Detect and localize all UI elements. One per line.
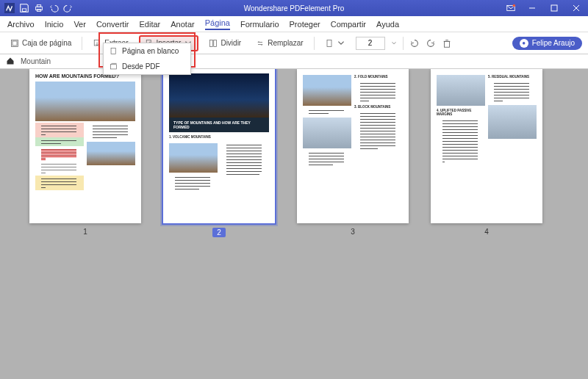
page-number-input[interactable] <box>356 37 385 50</box>
user-pill[interactable]: ● Felipe Araujo <box>512 37 582 50</box>
pagebox-label: Caja de página <box>22 39 71 47</box>
notification-icon[interactable] <box>506 3 516 13</box>
save-icon[interactable] <box>19 3 29 13</box>
page3-text: ▬▬▬▬▬▬▬▬▬▬▬▬▬▬▬▬▬▬▬▬▬▬▬▬▬▬▬▬▬▬▬▬▬▬▬▬▬▬▬▬… <box>303 150 351 167</box>
page-thumbnail-4[interactable]: 4. UPLIFTED PASSIVE MARGINS ▬▬▬▬▬▬▬▬▬▬▬▬… <box>431 69 542 223</box>
menu-formulario[interactable]: Formulario <box>240 20 279 29</box>
dropdown-frompdf-label: Desde PDF <box>122 62 160 71</box>
page3-sub1: 2. FOLD MOUNTAINS <box>354 73 403 80</box>
rotate-left-icon[interactable] <box>409 38 420 48</box>
page-thumbnail-1[interactable]: HOW ARE MOUNTAINS FORMED? ▬▬▬▬▬▬▬▬▬▬▬▬▬▬… <box>29 69 141 223</box>
page3-image2 <box>303 118 351 148</box>
pagebox-button[interactable]: Caja de página <box>6 37 76 50</box>
dropdown-from-pdf[interactable]: Desde PDF <box>104 59 190 74</box>
breadcrumb-bar: Mountain <box>0 54 588 69</box>
page-number-3: 3 <box>351 228 355 236</box>
page-number-4: 4 <box>484 228 489 236</box>
page-icon-button[interactable] <box>320 37 350 50</box>
thumbnail-col-2: TYPE OF MOUNTAINS AND HOW ARE THEY FORME… <box>163 69 275 237</box>
page3-sub2: 3. BLOCK MOUNTAINS <box>354 104 403 110</box>
separator <box>314 37 315 50</box>
svg-rect-16 <box>214 40 217 46</box>
menu-pagina[interactable]: Página <box>205 18 230 30</box>
page2-subtitle: 1. VOLCANIC MOUNTAINS <box>163 132 275 142</box>
page-number-1: 1 <box>83 228 87 236</box>
svg-rect-20 <box>110 65 116 69</box>
breadcrumb-doc[interactable]: Mountain <box>21 57 51 65</box>
menu-editar[interactable]: Editar <box>140 20 161 29</box>
page-thumbnails-area: HOW ARE MOUNTAINS FORMED? ▬▬▬▬▬▬▬▬▬▬▬▬▬▬… <box>0 69 588 379</box>
title-bar: Wondershare PDFelement Pro <box>0 0 588 16</box>
svg-rect-17 <box>327 40 331 46</box>
svg-rect-15 <box>210 40 213 46</box>
rotate-right-icon[interactable] <box>426 38 436 48</box>
page1-image <box>35 82 135 121</box>
titlebar-left-icons <box>0 3 74 13</box>
replace-label: Remplazar <box>268 39 303 47</box>
page1-text: ▬▬▬▬▬▬▬▬▬▬▬▬▬▬▬▬▬▬▬▬▬▬▬▬▬▬▬▬▬▬▬▬▬▬▬▬▬▬▬▬… <box>35 146 84 161</box>
menu-ver[interactable]: Ver <box>74 20 86 29</box>
page2-text: ▬▬▬▬▬▬▬▬▬▬▬▬▬▬▬▬▬▬▬▬▬▬▬▬▬▬▬▬▬▬▬▬▬▬▬▬▬▬▬▬… <box>220 142 269 177</box>
page4-image2 <box>488 105 537 139</box>
menu-ayuda[interactable]: Ayuda <box>376 20 399 29</box>
page-thumbnail-3[interactable]: ▬▬▬▬▬▬▬▬▬▬▬▬▬▬▬▬▬▬▬▬▬▬▬▬▬ ▬▬▬▬▬▬▬▬▬▬▬▬▬▬… <box>297 69 409 223</box>
thumbnail-col-3: ▬▬▬▬▬▬▬▬▬▬▬▬▬▬▬▬▬▬▬▬▬▬▬▬▬ ▬▬▬▬▬▬▬▬▬▬▬▬▬▬… <box>297 69 409 237</box>
toolbar: Caja de página Extraer Insertar Dividir … <box>0 32 588 54</box>
svg-rect-8 <box>551 5 557 11</box>
page4-sub2: 5. RESIDUAL MOUNTAINS <box>488 73 537 80</box>
separator <box>82 37 82 50</box>
page4-image <box>437 75 485 106</box>
page3-image <box>303 75 351 106</box>
redo-icon[interactable] <box>63 3 74 13</box>
split-button[interactable]: Dividir <box>204 37 245 50</box>
page-number-2: 2 <box>212 228 226 237</box>
separator <box>403 37 404 50</box>
page1-text: ▬▬▬▬▬▬▬▬▬▬▬▬▬▬▬▬▬▬▬▬▬▬▬▬▬▬▬▬▬▬▬▬▬▬▬▬▬▬▬▬… <box>35 123 84 137</box>
page4-text: ▬▬▬▬▬▬▬▬▬▬▬▬▬▬▬▬▬▬▬▬▬▬▬▬▬▬▬▬▬▬▬▬▬▬▬▬▬▬▬▬… <box>437 118 485 165</box>
svg-rect-19 <box>111 48 115 54</box>
minimize-button[interactable] <box>522 1 542 15</box>
svg-point-6 <box>513 4 516 7</box>
print-icon[interactable] <box>34 3 44 13</box>
menu-proteger[interactable]: Proteger <box>290 20 320 29</box>
svg-rect-18 <box>444 41 449 47</box>
menu-compartir[interactable]: Compartir <box>331 20 366 29</box>
chevron-down-icon[interactable] <box>391 40 397 46</box>
page4-sub1: 4. UPLIFTED PASSIVE MARGINS <box>437 107 485 118</box>
page1-text: ▬▬▬▬▬▬▬▬▬▬▬▬▬▬▬▬▬▬▬▬▬▬▬▬▬▬▬▬▬▬▬▬▬▬▬▬▬▬▬▬… <box>35 176 84 190</box>
thumbnail-col-4: 4. UPLIFTED PASSIVE MARGINS ▬▬▬▬▬▬▬▬▬▬▬▬… <box>431 69 542 237</box>
chevron-down-icon <box>337 39 345 48</box>
svg-rect-1 <box>22 9 26 12</box>
page2-image <box>169 73 269 118</box>
insert-dropdown: Página en blanco Desde PDF <box>103 43 191 75</box>
replace-button[interactable]: Remplazar <box>251 37 307 50</box>
dropdown-blank-page[interactable]: Página en blanco <box>104 43 190 59</box>
home-icon[interactable] <box>6 57 15 67</box>
menu-bar: Archivo Inicio Ver Convertir Editar Anot… <box>0 16 588 32</box>
page2-band: TYPE OF MOUNTAINS AND HOW ARE THEY FORME… <box>169 118 269 132</box>
page3-text: ▬▬▬▬▬▬▬▬▬▬▬▬▬▬▬▬▬▬▬▬▬▬▬▬▬▬▬▬▬▬▬▬▬▬▬▬▬▬▬▬… <box>354 80 403 104</box>
page4-text: ▬▬▬▬▬▬▬▬▬▬▬▬▬▬▬▬▬▬▬▬▬▬▬▬▬▬▬▬▬▬▬▬▬▬▬▬▬▬▬▬… <box>488 80 537 104</box>
page1-text: ▬▬▬▬▬▬▬▬▬▬▬▬▬▬▬▬▬▬▬▬▬▬▬▬▬ <box>35 137 84 146</box>
page-thumbnail-2[interactable]: TYPE OF MOUNTAINS AND HOW ARE THEY FORME… <box>163 69 275 223</box>
menu-archivo[interactable]: Archivo <box>7 20 35 29</box>
app-logo-icon <box>4 3 15 13</box>
menu-inicio[interactable]: Inicio <box>45 20 64 29</box>
close-button[interactable] <box>566 1 587 15</box>
maximize-button[interactable] <box>544 1 564 15</box>
page3-text: ▬▬▬▬▬▬▬▬▬▬▬▬▬▬▬▬▬▬▬▬▬▬▬▬▬ <box>303 107 351 116</box>
menu-convertir[interactable]: Convertir <box>96 20 129 29</box>
page1-text: ▬▬▬▬▬▬▬▬▬▬▬▬▬▬▬▬▬▬▬▬▬▬▬▬▬▬▬▬▬▬▬▬▬▬▬▬▬▬▬▬… <box>87 123 135 140</box>
thumbnail-col-1: HOW ARE MOUNTAINS FORMED? ▬▬▬▬▬▬▬▬▬▬▬▬▬▬… <box>29 69 141 237</box>
delete-icon[interactable] <box>442 38 452 48</box>
page2-image2 <box>169 143 218 173</box>
user-name: Felipe Araujo <box>532 39 575 47</box>
app-title: Wondershare PDFelement Pro <box>244 4 345 12</box>
page1-image2 <box>87 142 135 165</box>
dropdown-blank-label: Página en blanco <box>122 47 179 55</box>
page3-text: ▬▬▬▬▬▬▬▬▬▬▬▬▬▬▬▬▬▬▬▬▬▬▬▬▬▬▬▬▬▬▬▬▬▬▬▬▬▬▬▬… <box>354 110 403 151</box>
page1-text: ▬▬▬▬▬▬▬▬▬▬▬▬▬▬▬▬▬▬▬▬▬▬▬▬▬▬▬▬▬▬▬▬▬▬▬▬▬▬▬▬… <box>35 161 84 176</box>
menu-anotar[interactable]: Anotar <box>171 20 194 29</box>
split-label: Dividir <box>220 39 241 47</box>
undo-icon[interactable] <box>49 3 59 13</box>
